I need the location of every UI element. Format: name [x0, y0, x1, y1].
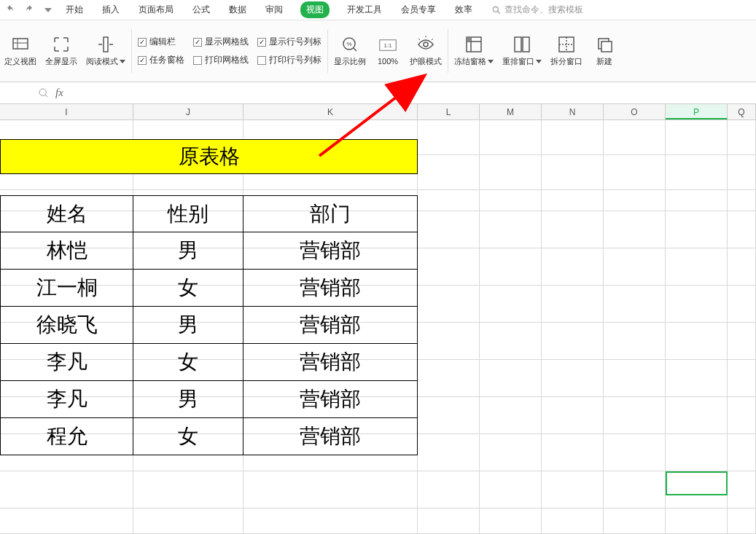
column-header[interactable]: M — [480, 104, 542, 119]
cell[interactable] — [666, 360, 728, 397]
column-header[interactable]: J — [133, 104, 243, 119]
cell[interactable] — [480, 397, 542, 434]
cell[interactable] — [480, 471, 542, 509]
cb-show-grid[interactable]: 显示网格线 — [193, 36, 249, 48]
table-title[interactable]: 原表格 — [0, 139, 418, 174]
cell[interactable] — [728, 397, 756, 434]
table-cell[interactable]: 李凡 — [0, 344, 133, 381]
cell[interactable] — [604, 120, 666, 155]
cell[interactable] — [480, 120, 542, 155]
zoom-button[interactable]: % 显示比例 — [330, 20, 370, 82]
cell[interactable] — [480, 248, 542, 286]
cell[interactable] — [728, 190, 756, 211]
split-window-button[interactable]: 拆分窗口 — [546, 20, 587, 82]
tab-dev[interactable]: 开发工具 — [346, 1, 383, 19]
cell[interactable] — [418, 434, 480, 471]
cell[interactable] — [542, 471, 604, 509]
cell[interactable] — [480, 155, 542, 190]
tab-view[interactable]: 视图 — [300, 1, 330, 18]
cell[interactable] — [418, 509, 480, 534]
cell[interactable] — [728, 323, 756, 360]
cell[interactable] — [133, 509, 243, 534]
table-cell[interactable]: 女 — [133, 270, 243, 307]
tab-formula[interactable]: 公式 — [191, 1, 211, 19]
cell[interactable] — [666, 509, 728, 534]
cell[interactable] — [604, 509, 666, 534]
cell[interactable] — [542, 397, 604, 434]
table-cell[interactable]: 营销部 — [243, 232, 418, 270]
table-header-cell[interactable]: 性别 — [133, 195, 243, 232]
cell[interactable] — [243, 509, 418, 534]
cell[interactable] — [418, 211, 480, 248]
cb-print-rowcol[interactable]: 打印行号列标 — [257, 54, 322, 66]
table-cell[interactable]: 男 — [133, 307, 243, 344]
cell[interactable] — [666, 155, 728, 190]
cell[interactable] — [480, 286, 542, 323]
cell[interactable] — [728, 286, 756, 323]
cell[interactable] — [728, 248, 756, 286]
cell[interactable] — [542, 211, 604, 248]
tab-member[interactable]: 会员专享 — [400, 1, 437, 19]
cell[interactable] — [604, 397, 666, 434]
cell[interactable] — [728, 434, 756, 471]
cell[interactable] — [728, 155, 756, 190]
search-box[interactable]: 查找命令、搜索模板 — [491, 4, 583, 16]
eye-care-button[interactable]: 护眼模式 — [405, 20, 446, 82]
tab-efficiency[interactable]: 效率 — [453, 1, 474, 19]
full-screen-button[interactable]: 全屏显示 — [41, 20, 82, 82]
table-header-cell[interactable]: 姓名 — [0, 195, 133, 232]
cell[interactable] — [480, 434, 542, 471]
table-cell[interactable]: 女 — [133, 418, 243, 455]
tab-insert[interactable]: 插入 — [101, 1, 121, 19]
cell[interactable] — [418, 286, 480, 323]
cell[interactable] — [542, 248, 604, 286]
table-header-cell[interactable]: 部门 — [243, 195, 418, 232]
cell[interactable] — [480, 323, 542, 360]
table-cell[interactable]: 营销部 — [243, 307, 418, 344]
table-cell[interactable]: 营销部 — [243, 270, 418, 307]
cell[interactable] — [133, 471, 243, 509]
cell[interactable] — [542, 509, 604, 534]
cell[interactable] — [418, 397, 480, 434]
fx-label[interactable]: fx — [55, 87, 63, 99]
table-cell[interactable]: 男 — [133, 381, 243, 418]
cb-task-pane[interactable]: 任务窗格 — [138, 54, 184, 66]
cell[interactable] — [418, 155, 480, 190]
table-cell[interactable]: 李凡 — [0, 381, 133, 418]
rearrange-window-button[interactable]: 重排窗口 — [498, 20, 546, 82]
new-window-button[interactable]: 新建 — [587, 20, 622, 82]
column-header[interactable]: K — [243, 104, 418, 119]
table-cell[interactable]: 营销部 — [243, 381, 418, 418]
cell[interactable] — [666, 434, 728, 471]
cell[interactable] — [418, 248, 480, 286]
cell[interactable] — [604, 211, 666, 248]
cell[interactable] — [604, 360, 666, 397]
cell[interactable] — [666, 323, 728, 360]
column-header[interactable]: O — [604, 104, 666, 119]
cell[interactable] — [604, 434, 666, 471]
tab-start[interactable]: 开始 — [64, 1, 85, 19]
formula-input[interactable] — [69, 82, 727, 103]
cell[interactable] — [604, 286, 666, 323]
cell[interactable] — [418, 120, 480, 155]
cell[interactable] — [418, 190, 480, 211]
cell[interactable] — [728, 360, 756, 397]
cell[interactable] — [604, 190, 666, 211]
cell[interactable] — [542, 190, 604, 211]
cell[interactable] — [728, 509, 756, 534]
cell[interactable] — [604, 323, 666, 360]
cell[interactable] — [480, 190, 542, 211]
cb-show-rowcol[interactable]: 显示行号列标 — [257, 36, 322, 48]
column-header[interactable]: I — [0, 104, 133, 119]
cell[interactable] — [0, 509, 133, 534]
cell[interactable] — [604, 471, 666, 509]
table-cell[interactable]: 营销部 — [243, 418, 418, 455]
tab-data[interactable]: 数据 — [227, 1, 248, 19]
table-cell[interactable]: 男 — [133, 232, 243, 270]
cell[interactable] — [604, 248, 666, 286]
tab-layout[interactable]: 页面布局 — [137, 1, 175, 19]
cell[interactable] — [542, 434, 604, 471]
cell[interactable] — [0, 471, 133, 509]
reading-mode-button[interactable]: 阅读模式 — [82, 20, 130, 82]
cell[interactable] — [604, 155, 666, 190]
